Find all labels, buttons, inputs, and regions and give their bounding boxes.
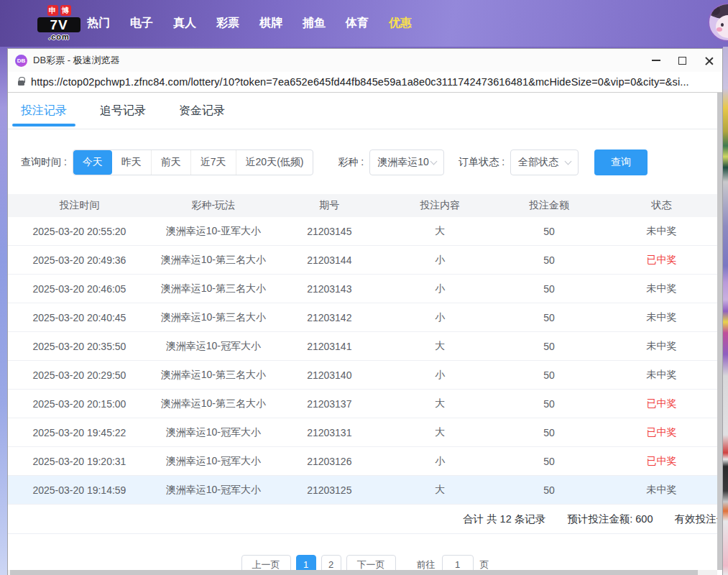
time-option-day-before[interactable]: 前天 — [151, 150, 190, 175]
background-page-edge — [723, 47, 728, 575]
tab-chase-records[interactable]: 追号记录 — [100, 93, 146, 129]
table-header: 投注时间 彩种-玩法 期号 投注内容 投注金额 状态 — [8, 194, 722, 217]
cell-content: 小 — [383, 282, 497, 295]
order-status-select[interactable]: 全部状态 — [510, 150, 579, 175]
cell-time: 2025-03-20 19:14:59 — [8, 484, 151, 496]
table-row: 2025-03-20 20:49:36 澳洲幸运10-第三名大小 2120314… — [8, 246, 722, 275]
cell-content: 大 — [383, 397, 497, 410]
cell-issue: 21203126 — [276, 456, 383, 467]
search-button[interactable]: 查询 — [594, 150, 648, 175]
cell-amount: 50 — [497, 254, 601, 266]
cell-time: 2025-03-20 20:55:20 — [8, 226, 151, 237]
tab-bet-records[interactable]: 投注记录 — [21, 93, 67, 129]
time-option-20days[interactable]: 近20天(低频) — [236, 150, 313, 175]
chevron-down-icon — [565, 157, 572, 165]
cell-status: 未中奖 — [601, 340, 722, 353]
page-content: 投注记录 追号记录 资金记录 查询时间 : 今天 昨天 前天 近7天 近20天(… — [8, 93, 722, 575]
table-row: 2025-03-20 19:14:59 澳洲幸运10-冠军大小 21203125… — [8, 476, 722, 505]
nav-item-live[interactable]: 真人 — [173, 16, 196, 31]
browser-popup-window: DB DB彩票 - 极速浏览器 https://ctop02pchwp1.zfn… — [7, 48, 723, 575]
window-titlebar[interactable]: DB DB彩票 - 极速浏览器 — [8, 49, 722, 72]
cell-amount: 50 — [497, 427, 601, 438]
address-bar[interactable]: https://ctop02pchwp1.zfnc84.com/lottery/… — [8, 72, 722, 93]
table-row: 2025-03-20 20:29:50 澳洲幸运10-第三名大小 2120314… — [8, 361, 722, 390]
avatar-hair-bun — [711, 6, 720, 15]
cell-content: 大 — [383, 340, 497, 353]
user-avatar[interactable] — [708, 3, 728, 42]
cell-status: 未中奖 — [601, 311, 722, 324]
cell-content: 大 — [383, 484, 497, 497]
table-row: 2025-03-20 19:20:31 澳洲幸运10-冠军大小 21203126… — [8, 447, 722, 476]
avatar-cheek — [717, 27, 722, 32]
minimize-button[interactable] — [642, 49, 669, 72]
app-icon: DB — [15, 55, 27, 67]
cell-content: 小 — [383, 254, 497, 267]
nav-item-board-games[interactable]: 棋牌 — [259, 16, 282, 31]
minimize-icon — [652, 60, 660, 61]
cell-game: 澳洲幸运10-第三名大小 — [151, 369, 276, 382]
cell-game: 澳洲幸运10-第三名大小 — [151, 282, 276, 295]
horizontal-scrollbar[interactable] — [8, 570, 717, 575]
close-button[interactable] — [696, 49, 722, 72]
col-issue: 期号 — [276, 199, 383, 212]
vertical-scrollbar-thumb[interactable] — [717, 93, 722, 570]
window-title: DB彩票 - 极速浏览器 — [33, 54, 120, 67]
col-bet-amount: 投注金额 — [497, 199, 601, 212]
cell-status: 未中奖 — [601, 225, 722, 238]
nav-item-fishing[interactable]: 捕鱼 — [303, 16, 326, 31]
cell-issue: 21203141 — [276, 341, 383, 352]
site-main-nav: 热门 电子 真人 彩票 棋牌 捕鱼 体育 优惠 — [87, 0, 412, 47]
maximize-button[interactable] — [669, 49, 696, 72]
cell-issue: 21203145 — [276, 226, 383, 237]
time-option-7days[interactable]: 近7天 — [190, 150, 236, 175]
time-option-today[interactable]: 今天 — [73, 150, 112, 175]
avatar-face — [716, 15, 728, 38]
status-filter-label: 订单状态 : — [459, 156, 504, 169]
nav-item-sports[interactable]: 体育 — [346, 16, 369, 31]
horizontal-scrollbar-thumb[interactable] — [10, 570, 698, 575]
cell-game: 澳洲幸运10-第三名大小 — [151, 311, 276, 324]
maximize-icon — [678, 57, 686, 65]
table-row: 2025-03-20 19:45:22 澳洲幸运10-冠军大小 21203131… — [8, 418, 722, 447]
status-select-value: 全部状态 — [518, 156, 558, 169]
lottery-filter-label: 彩种 : — [338, 156, 364, 169]
nav-item-slots[interactable]: 电子 — [130, 16, 153, 31]
tab-fund-records[interactable]: 资金记录 — [179, 93, 225, 129]
cell-issue: 21203137 — [276, 398, 383, 410]
lottery-select-value: 澳洲幸运10 — [377, 156, 429, 169]
logo-sub-text: .com — [37, 32, 80, 41]
url-text: https://ctop02pchwp1.zfnc84.com/lottery/… — [31, 76, 689, 88]
table-row: 2025-03-20 20:55:20 澳洲幸运10-亚军大小 21203145… — [8, 217, 722, 246]
nav-item-lottery[interactable]: 彩票 — [216, 16, 239, 31]
cell-content: 大 — [383, 225, 497, 238]
cell-time: 2025-03-20 19:45:22 — [8, 427, 151, 438]
cell-amount: 50 — [497, 456, 601, 467]
summary-valid-amount: 有效投注金 — [675, 512, 723, 526]
cell-amount: 50 — [497, 283, 601, 295]
cell-time: 2025-03-20 20:40:45 — [8, 312, 151, 323]
col-bet-content: 投注内容 — [383, 199, 497, 212]
lottery-select[interactable]: 澳洲幸运10 — [369, 150, 444, 175]
cell-game: 澳洲幸运10-冠军大小 — [151, 426, 276, 439]
table-row: 2025-03-20 20:35:50 澳洲幸运10-冠军大小 21203141… — [8, 332, 722, 361]
summary-total-records: 合计 共 12 条记录 — [463, 512, 545, 526]
lock-icon — [18, 80, 24, 86]
cell-amount: 50 — [497, 312, 601, 323]
cell-game: 澳洲幸运10-亚军大小 — [151, 225, 276, 238]
site-logo[interactable]: 申 博 7V .com — [37, 5, 80, 41]
nav-item-promotions[interactable]: 优惠 — [389, 16, 412, 31]
logo-main-text: 7V — [37, 17, 80, 32]
cell-time: 2025-03-20 20:35:50 — [8, 341, 151, 352]
time-option-yesterday[interactable]: 昨天 — [112, 150, 151, 175]
nav-item-hot[interactable]: 热门 — [87, 16, 110, 31]
cell-status: 已中奖 — [601, 455, 722, 468]
cell-game: 澳洲幸运10-冠军大小 — [151, 455, 276, 468]
time-range-segment: 今天 昨天 前天 近7天 近20天(低频) — [73, 150, 314, 175]
cell-status: 已中奖 — [601, 426, 722, 439]
cell-amount: 50 — [497, 484, 601, 496]
cell-content: 小 — [383, 369, 497, 382]
vertical-scrollbar[interactable] — [717, 93, 722, 570]
cell-status: 未中奖 — [601, 484, 722, 497]
cell-issue: 21203144 — [276, 254, 383, 266]
cell-issue: 21203142 — [276, 312, 383, 323]
